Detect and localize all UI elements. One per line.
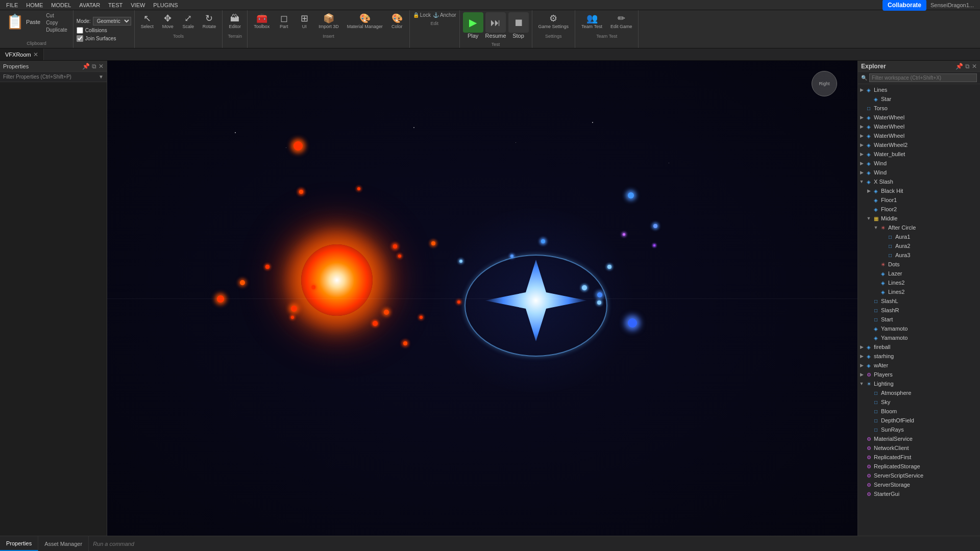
tree-item-slashr[interactable]: □SlashR bbox=[858, 306, 980, 315]
viewport[interactable]: Right bbox=[107, 61, 857, 536]
tree-item-blackhit[interactable]: ▶◈Black Hit bbox=[858, 186, 980, 195]
tree-arrow-xslash[interactable]: ▼ bbox=[858, 179, 865, 184]
tree-arrow-blackhit[interactable]: ▶ bbox=[865, 188, 872, 193]
explorer-filter-input[interactable] bbox=[869, 73, 977, 82]
tree-item-aura2[interactable]: □Aura2 bbox=[858, 241, 980, 251]
tree-item-water_bullet[interactable]: ▶◈Water_bullet bbox=[858, 149, 980, 159]
menu-home[interactable]: HOME bbox=[22, 2, 47, 8]
tree-item-lines[interactable]: ▶◈Lines bbox=[858, 85, 980, 94]
tree-item-startergui[interactable]: ⚙StarterGui bbox=[858, 489, 980, 498]
command-input[interactable] bbox=[93, 541, 976, 547]
tree-item-materialservice[interactable]: ⚙MaterialService bbox=[858, 434, 980, 443]
tree-arrow-lines[interactable]: ▶ bbox=[858, 87, 865, 92]
tree-item-wind1[interactable]: ▶◈Wind bbox=[858, 159, 980, 168]
anchor-button[interactable]: ⚓ Anchor bbox=[433, 12, 456, 18]
tree-item-waterwheel2b[interactable]: ▶◈WaterWheel2 bbox=[858, 140, 980, 149]
tree-item-lines2a[interactable]: ◈Lines2 bbox=[858, 278, 980, 287]
tree-arrow-fireball[interactable]: ▶ bbox=[858, 344, 865, 349]
tree-item-middle[interactable]: ▼▦Middle bbox=[858, 214, 980, 223]
paste-button[interactable]: 📋 Paste bbox=[4, 12, 42, 31]
tree-item-star[interactable]: ◈Star bbox=[858, 94, 980, 104]
tree-item-replicatedfirst[interactable]: ⚙ReplicatedFirst bbox=[858, 453, 980, 462]
move-button[interactable]: ✥ Move bbox=[159, 12, 177, 31]
tree-item-sky[interactable]: □Sky bbox=[858, 397, 980, 407]
bottom-tab-properties[interactable]: Properties bbox=[0, 536, 38, 551]
color-button[interactable]: 🎨 Color bbox=[388, 12, 406, 31]
cut-button[interactable]: Cut bbox=[44, 12, 69, 19]
tree-item-replicatedstorage[interactable]: ⚙ReplicatedStorage bbox=[858, 462, 980, 471]
play-button[interactable]: ▶ bbox=[463, 12, 483, 33]
duplicate-button[interactable]: Duplicate bbox=[44, 27, 69, 33]
join-surfaces-checkbox[interactable] bbox=[77, 35, 83, 42]
filter-properties[interactable]: Filter Properties (Ctrl+Shift+P) ▼ bbox=[0, 72, 107, 82]
tree-item-yamamoto1[interactable]: ◈Yamamoto bbox=[858, 324, 980, 333]
tree-item-waterwheel2[interactable]: ▶◈WaterWheel bbox=[858, 122, 980, 131]
import3d-button[interactable]: 📦 Import 3D bbox=[315, 12, 342, 31]
scale-button[interactable]: ⤢ Scale bbox=[179, 12, 198, 31]
tree-arrow-water[interactable]: ▶ bbox=[858, 363, 865, 368]
properties-pin[interactable]: 📌 bbox=[82, 63, 90, 70]
tree-item-lines2b[interactable]: ◈Lines2 bbox=[858, 287, 980, 296]
tree-item-lazer[interactable]: ◈Lazer bbox=[858, 269, 980, 278]
tree-item-serverstorage[interactable]: ⚙ServerStorage bbox=[858, 480, 980, 489]
terrain-editor-button[interactable]: 🏔 Editor bbox=[226, 12, 244, 31]
tree-item-sunrays[interactable]: □SunRays bbox=[858, 425, 980, 434]
menu-model[interactable]: MODEL bbox=[47, 2, 75, 8]
explorer-expand[interactable]: ⧉ bbox=[965, 63, 970, 70]
menu-file[interactable]: FILE bbox=[2, 2, 22, 8]
explorer-close[interactable]: ✕ bbox=[972, 63, 977, 70]
tree-arrow-waterwheel2[interactable]: ▶ bbox=[858, 124, 865, 129]
tree-arrow-waterwheel3[interactable]: ▶ bbox=[858, 133, 865, 138]
tree-item-bloom[interactable]: □Bloom bbox=[858, 407, 980, 416]
tree-arrow-waterwheel1[interactable]: ▶ bbox=[858, 115, 865, 120]
bottom-tab-asset-manager[interactable]: Asset Manager bbox=[38, 536, 89, 551]
tree-item-atmosphere[interactable]: □Atmosphere bbox=[858, 388, 980, 397]
select-button[interactable]: ↖ Select bbox=[138, 12, 157, 31]
tree-item-torso[interactable]: □Torso bbox=[858, 104, 980, 113]
tree-item-starhting[interactable]: ▶◈starhing bbox=[858, 352, 980, 361]
tree-item-aura3[interactable]: □Aura3 bbox=[858, 251, 980, 260]
tree-arrow-players[interactable]: ▶ bbox=[858, 372, 865, 377]
tree-arrow-water_bullet[interactable]: ▶ bbox=[858, 152, 865, 157]
properties-close[interactable]: ✕ bbox=[99, 63, 104, 70]
menu-avatar[interactable]: AVATAR bbox=[75, 2, 104, 8]
tree-arrow-middle[interactable]: ▼ bbox=[865, 216, 872, 221]
mode-dropdown[interactable]: Geometric bbox=[93, 17, 131, 26]
menu-test[interactable]: TEST bbox=[104, 2, 127, 8]
tree-item-slashl[interactable]: □SlashL bbox=[858, 296, 980, 306]
tab-vfxroom[interactable]: VFXRoom ✕ bbox=[0, 48, 44, 60]
tree-item-dots[interactable]: ✳Dots bbox=[858, 260, 980, 269]
tree-item-depthoffield[interactable]: □DepthOfField bbox=[858, 416, 980, 425]
tree-item-yamamoto2[interactable]: ◈Yamamoto bbox=[858, 333, 980, 342]
tree-arrow-wind2[interactable]: ▶ bbox=[858, 170, 865, 175]
explorer-pin[interactable]: 📌 bbox=[955, 63, 963, 70]
lock-button[interactable]: 🔒 Lock bbox=[413, 12, 431, 18]
copy-button[interactable]: Copy bbox=[44, 19, 69, 26]
tree-arrow-starhting[interactable]: ▶ bbox=[858, 354, 865, 359]
tree-item-networkclient[interactable]: ⚙NetworkClient bbox=[858, 443, 980, 453]
menu-view[interactable]: VIEW bbox=[127, 2, 149, 8]
rotate-button[interactable]: ↻ Rotate bbox=[200, 12, 219, 31]
resume-button[interactable]: ⏭ bbox=[485, 12, 506, 33]
tree-item-players[interactable]: ▶⚙Players bbox=[858, 370, 980, 379]
collaborate-button[interactable]: Collaborate bbox=[883, 0, 926, 11]
part-button[interactable]: ◻ Part bbox=[275, 12, 293, 31]
tree-item-waterwheel1[interactable]: ▶◈WaterWheel bbox=[858, 113, 980, 122]
tree-item-fireball[interactable]: ▶◈fireball bbox=[858, 342, 980, 352]
game-settings-button[interactable]: ⚙ Game Settings bbox=[535, 12, 572, 31]
tree-item-wind2[interactable]: ▶◈Wind bbox=[858, 168, 980, 177]
ui-button[interactable]: ⊞ UI bbox=[295, 12, 313, 31]
edit-game-button[interactable]: ✏ Edit Game bbox=[607, 12, 635, 31]
tree-item-water[interactable]: ▶◈wAter bbox=[858, 361, 980, 370]
tree-item-serverscriptservice[interactable]: ⚙ServerScriptService bbox=[858, 471, 980, 480]
tree-item-aftercircle[interactable]: ▼✳After Circle bbox=[858, 223, 980, 232]
tree-arrow-lighting[interactable]: ▼ bbox=[858, 381, 865, 386]
tree-arrow-wind1[interactable]: ▶ bbox=[858, 161, 865, 166]
toolbox-button[interactable]: 🧰 Toolbox bbox=[251, 12, 273, 31]
properties-expand[interactable]: ⧉ bbox=[92, 63, 96, 70]
menu-plugins[interactable]: PLUGINS bbox=[149, 2, 182, 8]
collisions-checkbox[interactable] bbox=[77, 27, 83, 34]
tree-item-xslash[interactable]: ▼◈X Slash bbox=[858, 177, 980, 186]
tree-item-aura1[interactable]: □Aura1 bbox=[858, 232, 980, 241]
stop-button[interactable]: ⏹ bbox=[508, 12, 529, 33]
